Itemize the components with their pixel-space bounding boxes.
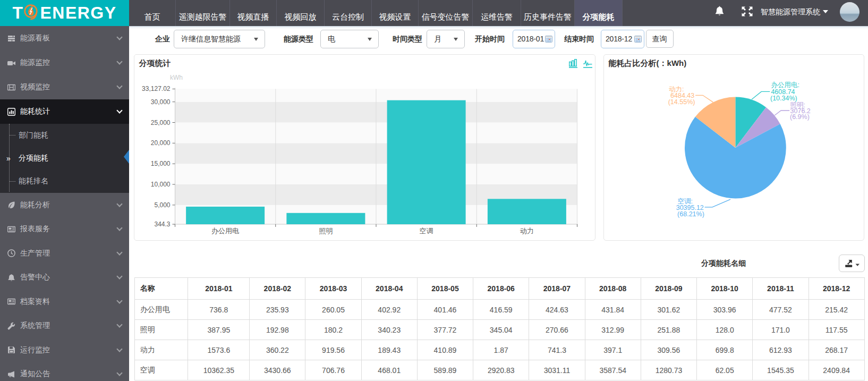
svg-text:5,000: 5,000 bbox=[154, 201, 170, 209]
svg-text:(10.34%): (10.34%) bbox=[770, 95, 797, 102]
svg-text:30,000: 30,000 bbox=[150, 98, 170, 106]
svg-text:kWh: kWh bbox=[170, 74, 183, 81]
svg-text:办公用电:: 办公用电: bbox=[771, 81, 799, 89]
svg-text:照明: 照明 bbox=[319, 227, 333, 235]
svg-text:20,000: 20,000 bbox=[150, 139, 170, 147]
svg-text:(68.21%): (68.21%) bbox=[677, 210, 704, 218]
svg-text:10,000: 10,000 bbox=[150, 181, 170, 188]
svg-text:办公用电: 办公用电 bbox=[211, 227, 239, 235]
svg-text:344.3: 344.3 bbox=[154, 221, 170, 228]
svg-text:33,127.02: 33,127.02 bbox=[142, 85, 171, 92]
svg-text:空调: 空调 bbox=[419, 227, 433, 235]
svg-text:(6.9%): (6.9%) bbox=[790, 113, 810, 121]
svg-text:25,000: 25,000 bbox=[150, 119, 170, 126]
svg-text:(14.55%): (14.55%) bbox=[668, 98, 695, 106]
svg-text:15,000: 15,000 bbox=[150, 160, 170, 167]
svg-text:动力: 动力 bbox=[520, 227, 533, 235]
